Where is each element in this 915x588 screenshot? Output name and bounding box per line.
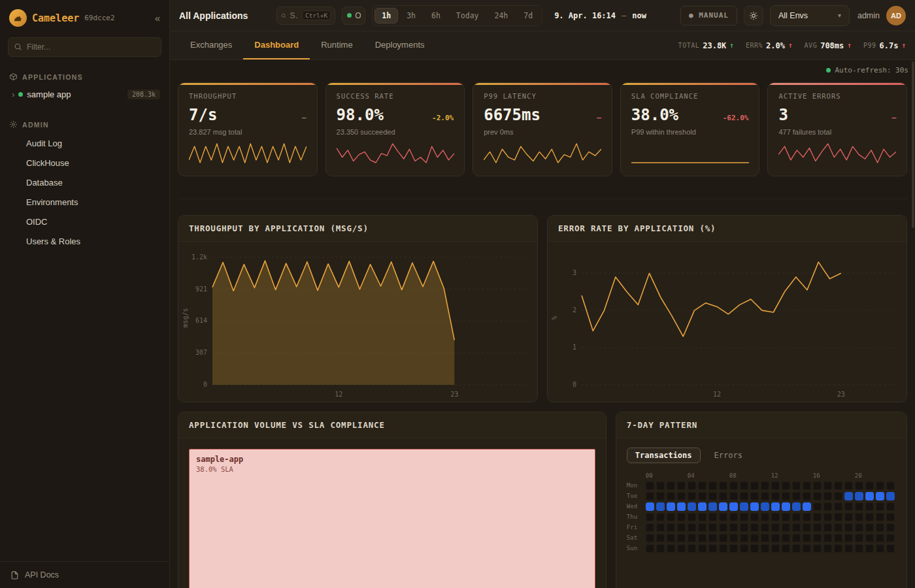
heatmap-cell[interactable] [771, 502, 780, 511]
heatmap-cell[interactable] [803, 482, 811, 490]
heatmap-cell[interactable] [865, 502, 874, 511]
manual-refresh-button[interactable]: ● MANUAL [680, 6, 737, 25]
heatmap-cell[interactable] [698, 523, 707, 532]
heatmap-cell[interactable] [876, 513, 884, 521]
heatmap-cell[interactable] [698, 544, 707, 553]
heatmap-cell[interactable] [782, 502, 790, 511]
heatmap-cell[interactable] [750, 513, 759, 521]
heatmap-cell[interactable] [834, 544, 842, 553]
heatmap-cell[interactable] [813, 502, 822, 511]
heatmap-cell[interactable] [667, 513, 675, 521]
heatmap-cell[interactable] [656, 523, 665, 532]
heatmap-cell[interactable] [719, 544, 727, 553]
heatmap-cell[interactable] [834, 513, 842, 521]
heatmap-cell[interactable] [677, 492, 686, 500]
heatmap-cell[interactable] [656, 544, 665, 553]
range-button-today[interactable]: Today [449, 8, 486, 24]
heatmap-cell[interactable] [813, 513, 822, 521]
heatmap-cell[interactable] [688, 482, 696, 490]
heatmap-cell[interactable] [677, 513, 686, 521]
heatmap-cell[interactable] [876, 544, 884, 553]
heatmap-cell[interactable] [646, 482, 654, 490]
heatmap-cell[interactable] [698, 482, 707, 490]
heatmap-cell[interactable] [771, 544, 780, 553]
heatmap-cell[interactable] [803, 513, 811, 521]
heatmap-cell[interactable] [855, 523, 863, 532]
sidebar-item-clickhouse[interactable]: ClickHouse [0, 153, 169, 172]
heatmap-cell[interactable] [740, 544, 748, 553]
sidebar-item-users-roles[interactable]: Users & Roles [0, 231, 169, 251]
heatmap-cell[interactable] [667, 534, 675, 542]
heatmap-cell[interactable] [719, 534, 727, 542]
range-button-24h[interactable]: 24h [487, 8, 515, 24]
heatmap-cell[interactable] [719, 513, 727, 521]
heatmap-cell[interactable] [708, 502, 717, 511]
heatmap-cell[interactable] [792, 523, 801, 532]
heatmap-cell[interactable] [834, 534, 842, 542]
heatmap-cell[interactable] [844, 482, 853, 490]
heatmap-cell[interactable] [771, 513, 780, 521]
heatmap-cell[interactable] [834, 523, 842, 532]
heatmap-cell[interactable] [656, 492, 665, 500]
heatmap-cell[interactable] [750, 544, 759, 553]
heatmap-cell[interactable] [656, 513, 665, 521]
heatmap-cell[interactable] [865, 534, 874, 542]
heatmap-cell[interactable] [865, 523, 874, 532]
heatmap-cell[interactable] [677, 502, 686, 511]
range-button-3h[interactable]: 3h [399, 8, 423, 24]
heatmap-cell[interactable] [886, 492, 895, 500]
heatmap-cell[interactable] [656, 534, 665, 542]
heatmap-cell[interactable] [771, 534, 780, 542]
heatmap-cell[interactable] [855, 544, 863, 553]
heatmap-cell[interactable] [761, 523, 769, 532]
heatmap-cell[interactable] [824, 482, 832, 490]
heatmap-cell[interactable] [688, 523, 696, 532]
heatmap-cell[interactable] [865, 513, 874, 521]
heatmap-cell[interactable] [646, 492, 654, 500]
heatmap-cell[interactable] [729, 523, 738, 532]
tab-runtime[interactable]: Runtime [310, 31, 363, 59]
heatmap-cell[interactable] [719, 502, 727, 511]
heatmap-cell[interactable] [771, 482, 780, 490]
heatmap-cell[interactable] [824, 544, 832, 553]
heatmap-cell[interactable] [803, 502, 811, 511]
heatmap-cell[interactable] [667, 523, 675, 532]
heatmap-cell[interactable] [740, 492, 748, 500]
sidebar-item-sample-app[interactable]: › sample app 208.3k [0, 86, 169, 103]
heatmap-cell[interactable] [813, 482, 822, 490]
range-button-1h[interactable]: 1h [374, 8, 398, 24]
heatmap-cell[interactable] [813, 534, 822, 542]
heatmap-cell[interactable] [740, 502, 748, 511]
heatmap-cell[interactable] [792, 513, 801, 521]
heatmap-cell[interactable] [667, 482, 675, 490]
avatar[interactable]: AD [886, 6, 906, 25]
heatmap-cell[interactable] [708, 544, 717, 553]
heatmap-cell[interactable] [677, 523, 686, 532]
heatmap-cell[interactable] [803, 523, 811, 532]
heatmap-cell[interactable] [782, 523, 790, 532]
heatmap-cell[interactable] [750, 523, 759, 532]
heatmap-cell[interactable] [667, 492, 675, 500]
heatmap-cell[interactable] [876, 523, 884, 532]
heatmap-cell[interactable] [698, 534, 707, 542]
heatmap-cell[interactable] [834, 502, 842, 511]
heatmap-cell[interactable] [803, 534, 811, 542]
heatmap-cell[interactable] [844, 513, 853, 521]
heatmap-cell[interactable] [729, 502, 738, 511]
heatmap-cell[interactable] [667, 502, 675, 511]
heatmap-cell[interactable] [708, 492, 717, 500]
heatmap-cell[interactable] [750, 492, 759, 500]
theme-toggle-button[interactable] [744, 6, 763, 25]
heatmap-cell[interactable] [688, 534, 696, 542]
heatmap-cell[interactable] [740, 534, 748, 542]
heatmap-cell[interactable] [824, 523, 832, 532]
heatmap-cell[interactable] [750, 482, 759, 490]
heatmap-cell[interactable] [771, 523, 780, 532]
heatmap-cell[interactable] [855, 502, 863, 511]
tab-exchanges[interactable]: Exchanges [179, 31, 243, 59]
heatmap-cell[interactable] [667, 544, 675, 553]
heatmap-cell[interactable] [719, 482, 727, 490]
heatmap-cell[interactable] [803, 544, 811, 553]
sidebar-item-database[interactable]: Database [0, 172, 169, 192]
heatmap-cell[interactable] [708, 513, 717, 521]
